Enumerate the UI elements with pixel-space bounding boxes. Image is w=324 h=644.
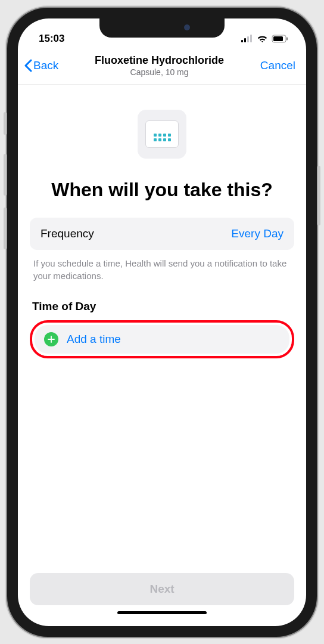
content: When will you take this? Frequency Every… xyxy=(18,85,306,565)
nav-bar: Back Fluoxetine Hydrochloride Capsule, 1… xyxy=(18,48,306,85)
cancel-button[interactable]: Cancel xyxy=(260,59,295,72)
nav-title-main: Fluoxetine Hydrochloride xyxy=(58,54,260,67)
battery-icon xyxy=(272,35,288,43)
calendar-icon xyxy=(138,110,186,159)
plus-icon xyxy=(44,332,58,346)
wifi-icon xyxy=(257,35,268,43)
footer: Next xyxy=(18,565,306,626)
notch xyxy=(99,18,225,38)
volume-down-button xyxy=(4,208,7,249)
headline: When will you take this? xyxy=(36,179,288,202)
side-button xyxy=(317,166,320,225)
status-time: 15:03 xyxy=(39,33,64,45)
status-icons xyxy=(241,35,288,43)
phone-frame: 15:03 Back Fluoxetine Hydrochloride Caps… xyxy=(7,8,317,637)
next-button[interactable]: Next xyxy=(30,573,294,605)
home-indicator[interactable] xyxy=(117,611,207,614)
svg-rect-1 xyxy=(244,38,246,42)
chevron-left-icon xyxy=(24,59,32,72)
svg-rect-3 xyxy=(250,35,252,42)
highlight-ring: Add a time xyxy=(30,320,294,358)
nav-title-sub: Capsule, 10 mg xyxy=(58,67,260,77)
add-time-button[interactable]: Add a time xyxy=(35,325,289,354)
mute-switch xyxy=(4,112,7,135)
frequency-value: Every Day xyxy=(231,227,284,240)
frequency-label: Frequency xyxy=(40,227,94,240)
svg-rect-2 xyxy=(247,36,249,42)
svg-rect-6 xyxy=(286,37,288,40)
time-of-day-header: Time of Day xyxy=(32,300,292,313)
nav-title: Fluoxetine Hydrochloride Capsule, 10 mg xyxy=(58,54,260,77)
back-button[interactable]: Back xyxy=(24,59,58,72)
svg-rect-0 xyxy=(241,40,243,42)
add-time-label: Add a time xyxy=(67,333,121,346)
frequency-row[interactable]: Frequency Every Day xyxy=(30,218,294,250)
screen: 15:03 Back Fluoxetine Hydrochloride Caps… xyxy=(18,18,306,626)
back-label: Back xyxy=(33,59,58,72)
cellular-icon xyxy=(241,35,253,42)
volume-up-button xyxy=(4,154,7,196)
svg-rect-5 xyxy=(273,36,283,41)
helper-text: If you schedule a time, Health will send… xyxy=(30,250,294,284)
